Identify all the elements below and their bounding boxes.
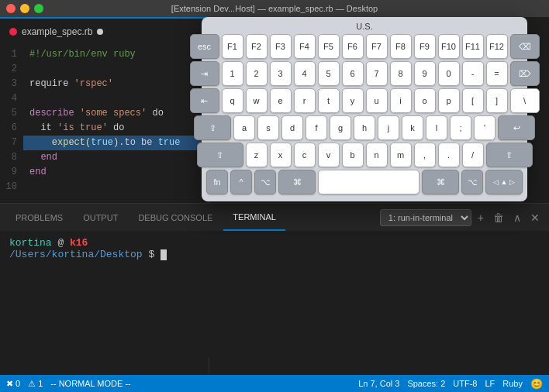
key-rshift[interactable]: ⇧: [486, 143, 533, 167]
key-lalt[interactable]: ⌥: [254, 170, 276, 194]
tab-terminal[interactable]: TERMINAL: [223, 204, 285, 231]
minimize-button[interactable]: [20, 4, 29, 13]
key-u[interactable]: u: [366, 88, 388, 113]
key-y[interactable]: y: [342, 88, 364, 113]
key-v[interactable]: v: [318, 143, 340, 167]
code-line-2: [29, 62, 202, 77]
maximize-button[interactable]: [34, 4, 43, 13]
file-encoding[interactable]: UTF-8: [453, 379, 477, 388]
key-minus[interactable]: -: [462, 61, 484, 86]
key-f6[interactable]: F6: [342, 34, 364, 59]
key-k[interactable]: k: [402, 115, 423, 140]
close-button[interactable]: [6, 4, 16, 13]
key-b[interactable]: b: [342, 143, 364, 167]
key-n[interactable]: n: [366, 143, 388, 167]
key-fn[interactable]: fn: [206, 170, 228, 194]
key-f3[interactable]: F3: [270, 34, 292, 59]
key-f11[interactable]: F11: [462, 34, 484, 59]
key-f10[interactable]: F10: [438, 34, 460, 59]
key-s[interactable]: s: [257, 115, 279, 140]
key-m[interactable]: m: [390, 143, 412, 167]
key-capslock[interactable]: ⇪: [194, 115, 231, 140]
terminal-content[interactable]: kortina @ k16 /Users/kortina/Desktop $: [0, 231, 549, 266]
close-panel-icon[interactable]: ✕: [527, 210, 543, 225]
chevron-up-icon[interactable]: ∧: [510, 210, 524, 225]
key-j[interactable]: j: [378, 115, 399, 140]
key-l[interactable]: l: [426, 115, 447, 140]
key-q[interactable]: q: [222, 88, 243, 113]
key-z[interactable]: z: [246, 143, 268, 167]
editor-tab[interactable]: example_spec.rb: [0, 17, 209, 44]
key-c[interactable]: c: [294, 143, 316, 167]
key-w[interactable]: w: [246, 88, 268, 113]
key-f2[interactable]: F2: [246, 34, 268, 59]
key-backtab[interactable]: ⇤: [190, 88, 219, 113]
cursor-position[interactable]: Ln 7, Col 3: [358, 379, 399, 388]
indentation[interactable]: Spaces: 2: [407, 379, 445, 388]
key-o[interactable]: o: [414, 88, 436, 113]
key-a[interactable]: a: [233, 115, 255, 140]
smiley-icon[interactable]: 😊: [530, 378, 543, 390]
key-lcmd[interactable]: ⌘: [278, 170, 316, 194]
key-p[interactable]: p: [438, 88, 460, 113]
key-f[interactable]: f: [306, 115, 327, 140]
tab-debug-console[interactable]: DEBUG CONSOLE: [129, 204, 222, 231]
status-warnings[interactable]: ⚠ 1: [28, 379, 43, 389]
key-e[interactable]: e: [270, 88, 292, 113]
add-terminal-icon[interactable]: +: [475, 210, 487, 225]
key-slash[interactable]: /: [462, 143, 484, 167]
key-rbracket[interactable]: ]: [486, 88, 508, 113]
tab-problems[interactable]: PROBLEMS: [6, 204, 72, 231]
key-quote[interactable]: ': [474, 115, 495, 140]
key-tab[interactable]: ⇥: [190, 61, 219, 86]
key-f9[interactable]: F9: [414, 34, 436, 59]
key-delete[interactable]: ⌦: [510, 61, 540, 86]
key-3[interactable]: 3: [270, 61, 292, 86]
key-1[interactable]: 1: [222, 61, 243, 86]
key-x[interactable]: x: [270, 143, 292, 167]
key-g[interactable]: g: [330, 115, 351, 140]
key-ctrl[interactable]: ^: [230, 170, 252, 194]
tab-output[interactable]: OUTPUT: [74, 204, 127, 231]
key-rcmd[interactable]: ⌘: [422, 170, 459, 194]
panel-tabs-right: 1: run-in-terminal + 🗑 ∧ ✕: [380, 209, 543, 226]
key-0[interactable]: 0: [438, 61, 460, 86]
key-arrows[interactable]: ◁ ▲ ▷: [485, 170, 523, 194]
line-ending[interactable]: LF: [485, 379, 495, 388]
key-5[interactable]: 5: [318, 61, 340, 86]
key-i[interactable]: i: [390, 88, 412, 113]
language-mode[interactable]: Ruby: [502, 379, 523, 388]
key-4[interactable]: 4: [294, 61, 316, 86]
key-t[interactable]: t: [318, 88, 340, 113]
key-lshift[interactable]: ⇧: [197, 143, 243, 167]
key-f7[interactable]: F7: [366, 34, 388, 59]
key-6[interactable]: 6: [342, 61, 364, 86]
terminal-select[interactable]: 1: run-in-terminal: [380, 209, 471, 226]
key-f5[interactable]: F5: [318, 34, 340, 59]
key-2[interactable]: 2: [246, 61, 268, 86]
key-7[interactable]: 7: [366, 61, 388, 86]
key-r[interactable]: r: [294, 88, 316, 113]
key-h[interactable]: h: [354, 115, 375, 140]
key-lbracket[interactable]: [: [462, 88, 484, 113]
key-backslash[interactable]: \: [510, 88, 540, 113]
key-f8[interactable]: F8: [390, 34, 412, 59]
key-return[interactable]: ↩: [498, 115, 535, 140]
bottom-panel: PROBLEMS OUTPUT DEBUG CONSOLE TERMINAL 1…: [0, 203, 549, 358]
key-f1[interactable]: F1: [222, 34, 243, 59]
key-equals[interactable]: =: [486, 61, 508, 86]
status-errors[interactable]: ✖ 0: [6, 379, 20, 389]
key-9[interactable]: 9: [414, 61, 436, 86]
key-period[interactable]: .: [438, 143, 460, 167]
key-space[interactable]: [318, 170, 420, 194]
key-backspace[interactable]: ⌫: [510, 34, 540, 59]
key-semicolon[interactable]: ;: [450, 115, 471, 140]
key-f12[interactable]: F12: [486, 34, 508, 59]
key-8[interactable]: 8: [390, 61, 412, 86]
key-esc[interactable]: esc: [190, 34, 219, 59]
key-d[interactable]: d: [281, 115, 303, 140]
key-ralt[interactable]: ⌥: [461, 170, 483, 194]
key-f4[interactable]: F4: [294, 34, 316, 59]
delete-terminal-icon[interactable]: 🗑: [490, 210, 507, 225]
key-comma[interactable]: ,: [414, 143, 436, 167]
